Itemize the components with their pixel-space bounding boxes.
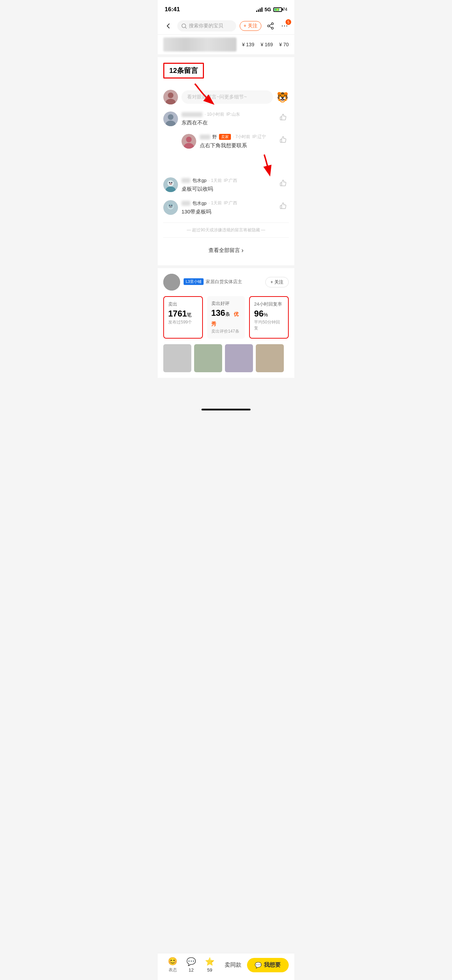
svg-point-18 bbox=[171, 182, 172, 183]
comment-item-4: 包水gp · 1天前 IP:广西 130带桌板吗 bbox=[163, 200, 289, 216]
comment-item: · 10小时前 IP:山东 东西在不在 bbox=[163, 111, 289, 127]
nav-bar: 搜索你要的宝贝 + 关注 5 bbox=[158, 18, 294, 35]
store-section: L3里小铺 家居白货实体店主 + 关注 卖出 1761笔 发布过599个 bbox=[158, 268, 294, 378]
comment-input-row: 看对眼就留言~问更多细节~ 🐯 bbox=[163, 90, 289, 105]
comment-ip-2: IP:辽宁 bbox=[252, 134, 266, 140]
nav-actions: + 关注 5 bbox=[240, 21, 290, 31]
comment-time-4: · 1天前 bbox=[208, 200, 221, 206]
svg-point-0 bbox=[182, 24, 186, 28]
like-button-3[interactable] bbox=[277, 177, 289, 189]
home-indicator bbox=[202, 409, 250, 410]
svg-point-19 bbox=[169, 183, 172, 185]
back-button[interactable] bbox=[162, 20, 174, 32]
status-icons: 5G ⚡ 74 bbox=[256, 7, 287, 12]
comment-time-2: · 7小时前 bbox=[233, 134, 250, 140]
comment-item-3: 包水gp · 1天前 IP:广西 桌板可以收吗 bbox=[163, 177, 289, 193]
comment-content-3: 包水gp · 1天前 IP:广西 桌板可以收吗 bbox=[181, 177, 274, 193]
like-button-1[interactable] bbox=[277, 111, 289, 123]
product-thumb-1[interactable] bbox=[163, 344, 191, 372]
store-info: L3里小铺 家居白货实体店主 bbox=[184, 278, 265, 286]
product-thumb-2[interactable] bbox=[194, 344, 222, 372]
comment-ip-1: IP:山东 bbox=[226, 111, 240, 118]
svg-point-1 bbox=[282, 25, 283, 27]
comment-username-2: 野 bbox=[212, 134, 217, 140]
comment-username-blurred-4 bbox=[181, 201, 190, 206]
stat-card-review: 卖出好评 136条 优秀 卖出评价147条 bbox=[207, 296, 245, 339]
svg-point-2 bbox=[284, 25, 285, 27]
price-1[interactable]: ¥ 139 bbox=[242, 42, 255, 47]
search-bar[interactable]: 搜索你要的宝贝 bbox=[177, 20, 236, 32]
stat-card-sold: 卖出 1761笔 发布过599个 bbox=[163, 296, 203, 339]
more-button[interactable]: 5 bbox=[280, 21, 290, 31]
comments-title-box: 12条留言 bbox=[163, 63, 204, 78]
stat-sub-reply: 平均50分钟回复 bbox=[254, 319, 284, 331]
comment-content-4: 包水gp · 1天前 IP:广西 130带桌板吗 bbox=[181, 200, 274, 216]
commenter-avatar-1 bbox=[163, 111, 178, 126]
comment-username-3: 包水gp bbox=[193, 177, 206, 184]
follow-button[interactable]: + 关注 bbox=[240, 21, 261, 31]
store-level-badge: L3里小铺 bbox=[184, 278, 204, 285]
comment-time-1: · 10小时前 bbox=[205, 111, 224, 118]
price-3[interactable]: ¥ 70 bbox=[279, 42, 289, 47]
seller-badge: 卖家 bbox=[219, 134, 231, 140]
svg-point-17 bbox=[169, 182, 170, 183]
store-category-label: 家居白货实体店主 bbox=[206, 278, 242, 285]
notification-badge: 5 bbox=[286, 19, 291, 25]
search-placeholder: 搜索你要的宝贝 bbox=[189, 23, 223, 29]
arrow-indicator-2 bbox=[163, 153, 275, 177]
store-follow-button[interactable]: + 关注 bbox=[265, 277, 289, 287]
comment-text-4: 130带桌板吗 bbox=[181, 208, 274, 216]
stat-sub-review: 卖出评价147条 bbox=[211, 328, 241, 334]
svg-point-3 bbox=[286, 25, 287, 27]
network-label: 5G bbox=[264, 7, 271, 12]
comment-ip-4: IP:广西 bbox=[224, 200, 237, 206]
comment-text-3: 桌板可以收吗 bbox=[181, 185, 274, 193]
comment-username-blurred-3 bbox=[181, 178, 190, 183]
comment-content-2: 野 卖家 · 7小时前 IP:辽宁 点右下角我想要联系 bbox=[200, 134, 274, 150]
store-avatar bbox=[163, 274, 180, 291]
store-stats: 卖出 1761笔 发布过599个 卖出好评 136条 优秀 卖出评价147条 2… bbox=[163, 296, 289, 339]
svg-point-5 bbox=[168, 92, 173, 98]
stat-card-reply: 24小时回复率 96% 平均50分钟回复 bbox=[249, 296, 289, 339]
user-avatar bbox=[163, 90, 178, 105]
stat-label-sold: 卖出 bbox=[168, 301, 198, 307]
like-button-2[interactable] bbox=[277, 134, 289, 145]
svg-point-8 bbox=[168, 114, 173, 120]
price-2[interactable]: ¥ 169 bbox=[261, 42, 273, 47]
comment-ip-3: IP:广西 bbox=[224, 178, 237, 184]
product-thumb-3[interactable] bbox=[225, 344, 253, 372]
share-button[interactable] bbox=[266, 21, 275, 31]
comment-meta-4: 包水gp · 1天前 IP:广西 bbox=[181, 200, 274, 207]
view-all-button[interactable]: 查看全部留言 › bbox=[163, 241, 289, 260]
comment-text-1: 东西在不在 bbox=[181, 119, 274, 127]
mascot-icon: 🐯 bbox=[277, 91, 289, 103]
commenter-avatar-3 bbox=[163, 177, 178, 192]
stat-number-sold: 1761笔 bbox=[168, 309, 198, 318]
comment-meta-2: 野 卖家 · 7小时前 IP:辽宁 bbox=[200, 134, 274, 140]
signal-icon bbox=[256, 7, 263, 12]
comment-text-2: 点右下角我想要联系 bbox=[200, 142, 274, 150]
comment-input[interactable]: 看对眼就留言~问更多细节~ bbox=[181, 91, 273, 104]
commenter-avatar-2 bbox=[181, 134, 196, 149]
store-badge-row: L3里小铺 家居白货实体店主 bbox=[184, 278, 265, 285]
stat-sub-sold: 发布过599个 bbox=[168, 319, 198, 325]
comment-username-blurred-1 bbox=[181, 112, 202, 117]
comment-item-seller: 野 卖家 · 7小时前 IP:辽宁 点右下角我想要联系 bbox=[163, 134, 289, 150]
comments-title: 12条留言 bbox=[169, 67, 198, 74]
product-thumb-4[interactable] bbox=[256, 344, 284, 372]
commenter-avatar-4 bbox=[163, 200, 178, 215]
comment-meta-1: · 10小时前 IP:山东 bbox=[181, 111, 274, 118]
comment-time-3: · 1天前 bbox=[208, 178, 221, 184]
status-time: 16:41 bbox=[165, 6, 180, 13]
svg-point-25 bbox=[168, 203, 173, 208]
comments-section: 12条留言 bbox=[158, 57, 294, 265]
price-list: ¥ 139 ¥ 169 ¥ 70 bbox=[242, 42, 289, 47]
store-header: L3里小铺 家居白货实体店主 + 关注 bbox=[163, 274, 289, 291]
product-image-blurred bbox=[163, 38, 237, 51]
like-button-4[interactable] bbox=[277, 200, 289, 212]
stat-label-review: 卖出好评 bbox=[211, 301, 241, 307]
comment-username-blurred-2 bbox=[200, 135, 210, 140]
product-thumbnails bbox=[163, 344, 289, 372]
price-strip: ¥ 139 ¥ 169 ¥ 70 bbox=[158, 35, 294, 54]
svg-point-11 bbox=[186, 137, 192, 142]
